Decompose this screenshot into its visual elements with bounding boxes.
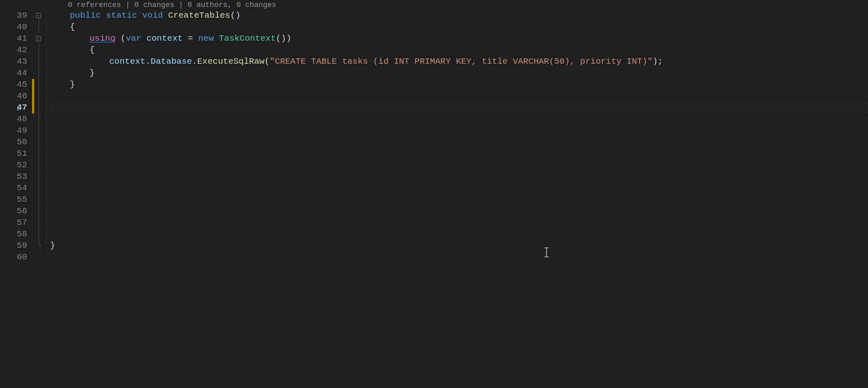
code-line[interactable]: {	[50, 44, 868, 56]
code-line[interactable]	[50, 182, 868, 194]
indent-guide	[50, 217, 70, 229]
modified-indicator	[32, 90, 34, 102]
line-number-gutter: 3940414243444546474849505152535455565758…	[0, 0, 32, 388]
indent-guide	[50, 67, 70, 79]
line-number: 59	[0, 240, 32, 252]
line-number: 48	[0, 113, 32, 125]
indent-guide	[50, 21, 70, 33]
folding-column[interactable]	[35, 0, 44, 388]
code-line[interactable]: public static void CreateTables()	[50, 10, 868, 21]
line-number: 56	[0, 206, 32, 217]
modification-indicator-column	[32, 0, 35, 388]
code-line[interactable]	[50, 171, 868, 182]
line-number: 53	[0, 171, 32, 182]
indent-guide	[50, 79, 70, 90]
code-line[interactable]	[50, 125, 868, 136]
line-number: 41	[0, 33, 32, 44]
line-number: 45	[0, 79, 32, 90]
line-number: 42	[0, 44, 32, 56]
indent-guide	[50, 102, 70, 113]
code-line[interactable]	[50, 229, 868, 240]
line-number: 46	[0, 90, 32, 102]
indent-guide	[70, 56, 90, 67]
indent-guide	[50, 56, 70, 67]
code-line[interactable]	[50, 217, 868, 229]
line-number: 49	[0, 125, 32, 136]
line-number: 54	[0, 182, 32, 194]
code-line[interactable]	[50, 148, 868, 159]
indent-guide	[70, 44, 90, 56]
indent-guide	[50, 148, 70, 159]
line-number: 51	[0, 148, 32, 159]
line-number: 40	[0, 21, 32, 33]
code-line[interactable]: using (var context = new TaskContext())	[50, 33, 868, 44]
fold-toggle[interactable]	[36, 13, 41, 18]
code-area[interactable]: 0 references | 0 changes | 0 authors, 0 …	[50, 0, 868, 388]
fold-toggle[interactable]	[36, 36, 41, 41]
indent-guide	[50, 44, 70, 56]
indent-guide	[50, 206, 70, 217]
lightbulb-icon[interactable]	[16, 105, 22, 111]
indent-guide	[50, 113, 70, 125]
line-number: 55	[0, 194, 32, 206]
indent-guide	[90, 56, 109, 67]
indent-guide	[50, 229, 70, 240]
indent-guide	[70, 67, 90, 79]
code-editor[interactable]: 3940414243444546474849505152535455565758…	[0, 0, 868, 388]
indent-guide	[50, 171, 70, 182]
code-line[interactable]: {	[50, 21, 868, 33]
indent-guide	[50, 10, 70, 21]
line-number: 44	[0, 67, 32, 79]
code-line[interactable]: context.Database.ExecuteSqlRaw("CREATE T…	[50, 56, 868, 67]
indent-guide	[50, 33, 70, 44]
line-number: 39	[0, 10, 32, 21]
indent-guide	[50, 125, 70, 136]
line-number: 50	[0, 136, 32, 148]
codelens-text[interactable]: 0 references | 0 changes | 0 authors, 0 …	[50, 0, 868, 10]
indent-guide	[50, 194, 70, 206]
code-line[interactable]	[50, 206, 868, 217]
modified-indicator	[32, 102, 34, 113]
code-line[interactable]: }	[50, 79, 868, 90]
outer-indent-guide	[44, 0, 50, 388]
indent-guide	[50, 136, 70, 148]
line-number: 43	[0, 56, 32, 67]
code-line[interactable]	[50, 113, 868, 125]
code-line[interactable]	[50, 252, 868, 263]
modified-indicator	[32, 79, 34, 90]
line-number: 57	[0, 217, 32, 229]
code-line[interactable]	[50, 136, 868, 148]
code-line[interactable]	[50, 159, 868, 171]
line-number: 58	[0, 229, 32, 240]
code-line[interactable]	[50, 90, 868, 102]
indent-guide	[70, 33, 90, 44]
code-line[interactable]: }	[50, 67, 868, 79]
code-line[interactable]	[50, 194, 868, 206]
indent-guide	[50, 90, 70, 102]
code-line[interactable]	[50, 102, 868, 113]
indent-guide	[50, 159, 70, 171]
line-number: 60	[0, 252, 32, 263]
line-number: 47	[0, 102, 32, 113]
indent-guide	[50, 182, 70, 194]
code-line[interactable]: }	[50, 240, 868, 252]
line-number: 52	[0, 159, 32, 171]
